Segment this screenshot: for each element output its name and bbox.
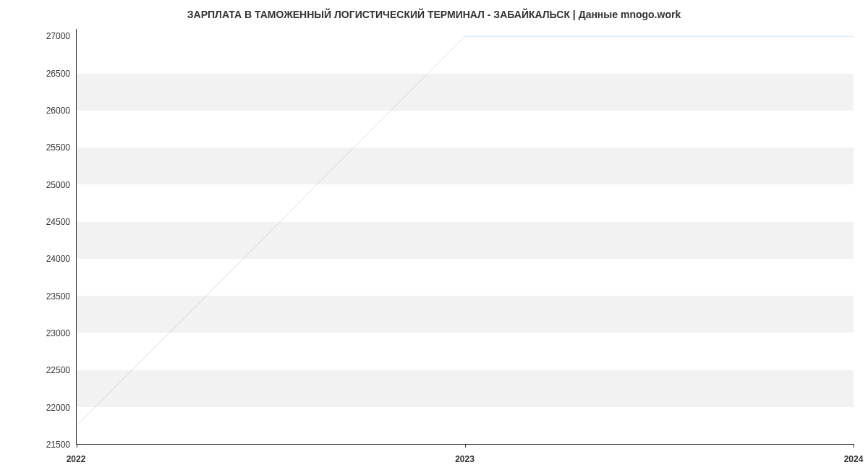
y-tick-label: 22500	[46, 365, 70, 375]
y-tick-label: 22000	[46, 403, 70, 413]
y-tick-label: 23000	[46, 328, 70, 338]
chart-container: ЗАРПЛАТА В ТАМОЖЕННЫЙ ЛОГИСТИЧЕСКИЙ ТЕРМ…	[0, 0, 868, 470]
y-tick-label: 21500	[46, 440, 70, 450]
y-tick-label: 27000	[46, 31, 70, 41]
y-tick-label: 23500	[46, 291, 70, 302]
chart-title: ЗАРПЛАТА В ТАМОЖЕННЫЙ ЛОГИСТИЧЕСКИЙ ТЕРМ…	[0, 9, 868, 20]
y-tick-label: 26500	[46, 69, 70, 79]
y-tick-label: 24000	[46, 254, 70, 264]
x-tick-mark	[465, 444, 466, 448]
y-tick-label: 25500	[46, 142, 70, 153]
x-axis-labels: 202220232024	[76, 450, 854, 464]
y-tick-label: 24500	[46, 217, 70, 227]
plot-area	[76, 29, 854, 445]
x-tick-label: 2023	[455, 454, 475, 464]
x-tick-label: 2022	[67, 454, 86, 464]
chart-line-svg	[77, 29, 854, 444]
y-axis-labels: 2150022000225002300023500240002450025000…	[0, 29, 76, 445]
x-tick-mark	[854, 444, 854, 448]
chart-line	[77, 36, 854, 425]
x-tick-mark	[77, 444, 77, 448]
y-tick-label: 26000	[46, 106, 70, 116]
x-tick-label: 2024	[844, 454, 864, 464]
y-tick-label: 25000	[46, 180, 70, 190]
